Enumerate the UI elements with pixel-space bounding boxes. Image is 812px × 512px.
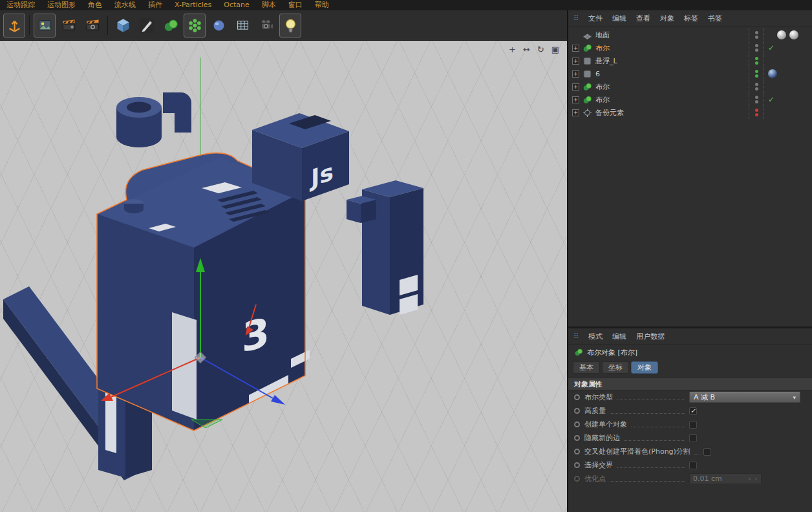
toggle-view-icon[interactable]: ▣	[551, 45, 559, 54]
object-row-backup[interactable]: + 备份元素	[568, 106, 812, 119]
expander-icon[interactable]: +	[572, 58, 579, 65]
boole-type-dropdown[interactable]: A 减 B▾	[689, 392, 800, 403]
object-row-boole-3[interactable]: + 布尔 ✓	[568, 93, 812, 106]
tab-object[interactable]: 对象	[631, 361, 658, 374]
panel-grip-icon[interactable]: ⠿	[573, 14, 579, 23]
expander-icon[interactable]: +	[572, 83, 579, 91]
menu-item-mograph[interactable]: 运动图形	[47, 0, 76, 10]
keyframe-dot-icon[interactable]	[574, 449, 580, 454]
keyframe-dot-icon[interactable]	[574, 408, 580, 414]
menu-item-motion-tracker[interactable]: 运动跟踪	[6, 0, 35, 10]
tab-coordinates[interactable]: 坐标	[602, 361, 629, 374]
mograph-array-button[interactable]	[184, 14, 206, 37]
light-button[interactable]	[279, 14, 301, 37]
single-object-checkbox[interactable]	[689, 421, 697, 429]
om-menu-view[interactable]: 查看	[636, 14, 650, 23]
texture-tag-icon[interactable]	[768, 69, 777, 78]
array-grid-button[interactable]	[231, 14, 253, 37]
tag-area[interactable]	[764, 54, 812, 67]
keyframe-dot-icon[interactable]	[574, 462, 580, 468]
enabled-check-icon[interactable]: ✓	[768, 96, 775, 103]
camera-button[interactable]	[255, 14, 277, 37]
enabled-check-icon[interactable]: ✓	[768, 44, 775, 52]
visibility-dots[interactable]	[749, 41, 764, 54]
visibility-dots[interactable]	[749, 93, 764, 106]
cube-primitive-button[interactable]	[112, 14, 134, 37]
om-menu-object[interactable]: 对象	[660, 14, 674, 23]
tag-area[interactable]	[764, 106, 812, 119]
texture-tag-icon[interactable]	[777, 30, 786, 39]
boolean-generator-button[interactable]	[160, 14, 182, 37]
tag-area[interactable]	[764, 67, 812, 80]
section-object-properties[interactable]: 对象属性	[568, 378, 812, 390]
menu-item-script[interactable]: 脚本	[262, 0, 276, 10]
attribute-tabs: 基本 坐标 对象	[568, 360, 812, 375]
high-quality-checkbox[interactable]: ✓	[689, 407, 697, 415]
menu-item-xparticles[interactable]: X-Particles	[175, 0, 211, 10]
optimize-points-field[interactable]: 0.01 cm‹ ›	[689, 473, 762, 484]
am-menu-mode[interactable]: 模式	[588, 332, 603, 341]
object-name[interactable]: 6	[595, 70, 749, 78]
visibility-dots[interactable]	[749, 106, 764, 119]
menu-item-character[interactable]: 角色	[88, 0, 102, 10]
main-menubar: 运动跟踪 运动图形 角色 流水线 插件 X-Particles Octane 脚…	[0, 0, 812, 10]
texture-tag-icon[interactable]	[789, 30, 798, 39]
keyframe-dot-icon[interactable]	[574, 435, 580, 441]
tag-area[interactable]: ✓	[764, 93, 812, 106]
am-menu-edit[interactable]: 编辑	[612, 332, 626, 341]
expander-icon[interactable]: +	[572, 70, 579, 78]
tab-basic[interactable]: 基本	[573, 361, 600, 374]
menu-item-octane[interactable]: Octane	[224, 0, 250, 10]
render-picture-viewer-button[interactable]	[58, 14, 80, 37]
z-axis-arrowhead[interactable]	[271, 395, 285, 405]
expander-icon[interactable]: +	[572, 96, 579, 103]
menu-item-help[interactable]: 帮助	[315, 0, 329, 10]
render-view-button[interactable]	[34, 14, 56, 37]
render-settings-button[interactable]	[81, 14, 103, 37]
hide-new-edges-checkbox[interactable]	[689, 434, 697, 442]
panel-grip-icon[interactable]: ⠿	[573, 332, 579, 341]
phong-break-checkbox[interactable]	[703, 448, 711, 456]
object-name[interactable]: 布尔	[595, 82, 749, 92]
stepper-arrows-icon[interactable]: ‹ ›	[749, 475, 758, 482]
visibility-dots[interactable]	[749, 28, 764, 41]
move-tool-button[interactable]	[3, 14, 25, 37]
visibility-dots[interactable]	[749, 54, 764, 67]
menu-item-window[interactable]: 窗口	[288, 0, 303, 10]
tag-area[interactable]: ✓	[764, 41, 812, 54]
rotate-view-icon[interactable]: ↻	[537, 45, 544, 54]
object-name[interactable]: 悬浮_L	[595, 56, 749, 66]
object-name[interactable]: 地面	[595, 30, 749, 40]
object-row-floating-l[interactable]: + 悬浮_L	[568, 54, 812, 67]
pen-spline-button[interactable]	[136, 14, 158, 37]
expander-icon[interactable]: +	[572, 45, 579, 52]
object-row-floor[interactable]: 地面	[568, 28, 812, 41]
om-menu-file[interactable]: 文件	[588, 14, 603, 23]
menu-item-plugins[interactable]: 插件	[148, 0, 162, 10]
select-intersection-checkbox[interactable]	[689, 462, 697, 469]
keyframe-dot-icon[interactable]	[574, 476, 580, 482]
visibility-dots[interactable]	[749, 67, 764, 80]
am-menu-userdata[interactable]: 用户数据	[636, 332, 665, 341]
visibility-dots[interactable]	[749, 80, 764, 93]
tag-area[interactable]	[764, 28, 812, 41]
om-menu-edit[interactable]: 编辑	[612, 14, 626, 23]
om-menu-bookmarks[interactable]: 书签	[708, 14, 722, 23]
keyframe-dot-icon[interactable]	[574, 394, 580, 400]
expander-icon[interactable]: +	[572, 109, 579, 116]
om-menu-tags[interactable]: 标签	[684, 14, 698, 23]
object-row-boole-selected[interactable]: + 布尔 ✓	[568, 41, 812, 54]
tag-area[interactable]	[764, 80, 812, 93]
object-row-boole-2[interactable]: + 布尔	[568, 80, 812, 93]
object-name[interactable]: 布尔	[595, 95, 749, 105]
property-label: 隐藏新的边	[584, 433, 620, 443]
object-name[interactable]: 备份元素	[595, 108, 749, 118]
object-name[interactable]: 布尔	[595, 43, 749, 53]
pan-view-icon[interactable]: +	[509, 45, 516, 54]
viewport[interactable]: 3 Js	[0, 41, 567, 512]
zoom-view-icon[interactable]: ↔	[523, 45, 530, 54]
object-row-six[interactable]: + 6	[568, 67, 812, 80]
deformer-button[interactable]	[208, 14, 230, 37]
menu-item-pipeline[interactable]: 流水线	[114, 0, 136, 10]
keyframe-dot-icon[interactable]	[574, 421, 580, 427]
